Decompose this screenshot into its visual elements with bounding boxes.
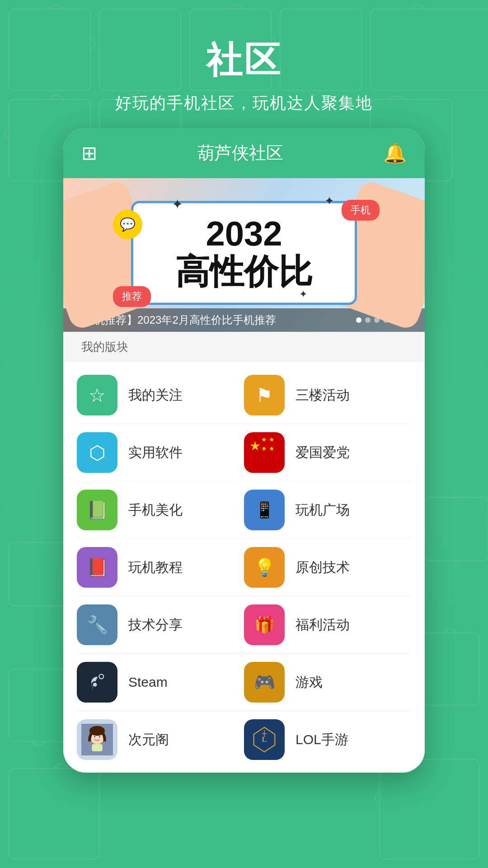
welfare-item[interactable]: 🎁 福利活动 xyxy=(244,604,411,645)
play-tutorial-icon: 📕 xyxy=(77,547,117,588)
useful-software-label: 实用软件 xyxy=(128,443,183,462)
patriot-label: 爱国爱党 xyxy=(296,443,350,462)
grid-row-3: 📗 手机美化 📱 玩机广场 xyxy=(77,481,411,539)
dot-1 xyxy=(356,317,361,323)
phone-badge: 手机 xyxy=(342,200,380,221)
my-follow-item[interactable]: ☆ 我的关注 xyxy=(77,375,244,415)
steam-label: Steam xyxy=(128,675,168,690)
play-tutorial-label: 玩机教程 xyxy=(128,558,183,577)
welfare-icon: 🎁 xyxy=(244,604,285,645)
original-tech-label: 原创技术 xyxy=(296,558,350,577)
third-floor-item[interactable]: ⚑ 三楼活动 xyxy=(244,375,411,415)
original-tech-item[interactable]: 💡 原创技术 xyxy=(244,547,411,588)
bell-icon[interactable]: 🔔 xyxy=(383,142,407,164)
sparkle-icon-2: ✦ xyxy=(324,194,334,208)
app-header: ⊞ 葫芦侠社区 🔔 xyxy=(63,128,425,178)
my-blocks-header: 我的版块 xyxy=(63,332,425,362)
play-square-icon: 📱 xyxy=(244,490,285,530)
useful-software-item[interactable]: ⬡ 实用软件 xyxy=(77,432,244,473)
anime-item[interactable]: 次元阁 xyxy=(77,719,244,760)
svg-rect-13 xyxy=(425,497,488,561)
play-square-item[interactable]: 📱 玩机广场 xyxy=(244,490,411,530)
my-follow-label: 我的关注 xyxy=(128,386,183,405)
third-floor-icon: ⚑ xyxy=(244,375,285,415)
flag-small-stars: ★ ★ ★ ★ xyxy=(261,436,275,452)
grid-plus-icon[interactable]: ⊞ xyxy=(81,142,97,164)
svg-rect-24 xyxy=(92,744,102,751)
page-subtitle: 好玩的手机社区，玩机达人聚集地 xyxy=(0,92,488,114)
grid-row-4: 📕 玩机教程 💡 原创技术 xyxy=(77,539,411,596)
phone-beauty-icon: 📗 xyxy=(77,490,117,530)
banner-main-text: 2032高性价比 xyxy=(175,215,313,291)
lol-item[interactable]: L LOL手游 xyxy=(244,719,411,760)
lol-icon: L xyxy=(244,719,285,760)
phone-beauty-label: 手机美化 xyxy=(128,501,183,519)
page-title: 社区 xyxy=(0,36,488,85)
sparkle-icon: ✦ xyxy=(172,196,183,212)
dot-2 xyxy=(365,317,371,323)
banner[interactable]: 2032高性价比 💬 ✦ ✦ ✦ 推荐 手机 【玩机推荐】2023年2月高性价比… xyxy=(63,178,425,332)
patriot-icon: ★ ★ ★ ★ ★ xyxy=(244,432,285,473)
svg-point-15 xyxy=(93,683,97,687)
svg-point-22 xyxy=(99,736,101,738)
svg-rect-8 xyxy=(9,769,99,859)
svg-point-16 xyxy=(99,675,103,679)
tech-share-label: 技术分享 xyxy=(128,616,183,634)
anime-icon xyxy=(77,719,117,760)
chat-bubble-icon: 💬 xyxy=(113,210,142,239)
anime-label: 次元阁 xyxy=(128,731,169,749)
sparkle-icon-3: ✦ xyxy=(299,288,307,300)
game-icon: 🎮 xyxy=(244,662,285,703)
steam-icon xyxy=(77,662,117,703)
game-item[interactable]: 🎮 游戏 xyxy=(244,662,411,703)
useful-software-icon: ⬡ xyxy=(77,432,117,473)
svg-point-21 xyxy=(94,736,96,738)
grid-row-6: Steam 🎮 游戏 xyxy=(77,654,411,711)
game-label: 游戏 xyxy=(296,673,323,692)
page-header: 社区 好玩的手机社区，玩机达人聚集地 xyxy=(0,0,488,128)
original-tech-icon: 💡 xyxy=(244,547,285,588)
phone-beauty-item[interactable]: 📗 手机美化 xyxy=(77,490,244,530)
steam-item[interactable]: Steam xyxy=(77,662,244,703)
my-follow-icon: ☆ xyxy=(77,375,117,415)
play-tutorial-item[interactable]: 📕 玩机教程 xyxy=(77,547,244,588)
app-title: 葫芦侠社区 xyxy=(197,142,283,165)
svg-point-14 xyxy=(82,667,112,697)
tech-share-icon: 🔧 xyxy=(77,604,117,645)
flag-main-star: ★ xyxy=(249,439,261,453)
grid-row-7: 次元阁 L LOL手游 xyxy=(77,711,411,768)
svg-rect-12 xyxy=(9,542,72,606)
grid-row-5: 🔧 技术分享 🎁 福利活动 xyxy=(77,596,411,654)
recommend-badge: 推荐 xyxy=(113,286,151,307)
patriot-item[interactable]: ★ ★ ★ ★ ★ 爱国爱党 xyxy=(244,432,411,473)
welfare-label: 福利活动 xyxy=(296,616,350,634)
phone-mockup: ⊞ 葫芦侠社区 🔔 2032高性价比 💬 ✦ ✦ ✦ 推荐 手机 【玩机推荐】2… xyxy=(63,128,425,773)
lol-label: LOL手游 xyxy=(296,731,348,749)
grid-row-2: ⬡ 实用软件 ★ ★ ★ ★ ★ 爱国爱党 xyxy=(77,424,411,481)
tech-share-item[interactable]: 🔧 技术分享 xyxy=(77,604,244,645)
play-square-label: 玩机广场 xyxy=(296,501,350,519)
third-floor-label: 三楼活动 xyxy=(296,386,350,405)
svg-rect-9 xyxy=(380,760,479,859)
grid-row-1: ☆ 我的关注 ⚑ 三楼活动 xyxy=(77,367,411,424)
grid-list: ☆ 我的关注 ⚑ 三楼活动 ⬡ 实用软件 ★ ★ ★ xyxy=(63,362,425,773)
